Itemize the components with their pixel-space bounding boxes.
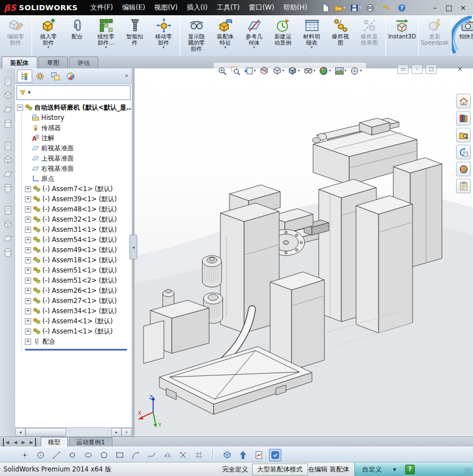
instant3d-arrow-icon[interactable] [237,449,249,461]
model-3d-view[interactable] [134,68,473,436]
tab-evaluate[interactable]: 评估 [69,57,98,68]
bill-of-materials-button[interactable]: 材料明 细表▾ [297,16,326,57]
show-hidden-components-button[interactable]: 显示隐 藏的零 部件 [182,16,211,57]
appearances-scenes-icon[interactable] [456,162,471,176]
expander-icon[interactable]: − [17,105,23,111]
view-orientation-icon[interactable]: ▾ [272,66,285,76]
tree-item-assem51-2[interactable]: +(-) Assem51<2> (默认) [25,275,132,285]
tree-item-assem54[interactable]: +(-) Assem54<1> (默认) [25,235,132,245]
view-cube-icon[interactable] [222,449,233,461]
sketch-ellipse-icon[interactable] [83,449,94,461]
first-tab-button[interactable]: ◀ [3,438,11,447]
tree-item-history[interactable]: History [25,112,132,123]
maximize-button[interactable]: □ [442,1,456,15]
graphics-area[interactable]: Z X Y [134,68,473,436]
expander-icon[interactable]: + [25,298,31,304]
left-toolbar-icon-1[interactable] [2,75,14,87]
status-custom-dropdown[interactable]: 自定义 [362,465,382,474]
edit-component-button[interactable]: 编辑零 部件 [1,16,30,57]
hide-show-items-icon[interactable]: ▾ [303,66,316,76]
tree-root-assembly[interactable]: −自动送料研磨机 (默认<默认_显... [17,102,132,112]
displaymanager-tab[interactable] [63,70,78,83]
new-motion-study-button[interactable]: 新建运 动算例 [268,16,297,57]
tree-item-mates[interactable]: +配合 [25,336,132,347]
status-help-button[interactable]: ? [405,465,415,474]
next-tab-button[interactable]: ▶ [20,438,27,447]
tree-item-right-plane[interactable]: 右视基准面 [25,163,132,174]
sketch-polygon-icon[interactable] [98,449,110,461]
resize-grip-icon[interactable] [465,468,472,475]
save-icon[interactable]: ▾ [349,3,363,13]
scroll-right-button[interactable]: ▸ [111,428,121,436]
propertymanager-tab[interactable] [32,70,47,83]
left-toolbar-icon-10[interactable] [2,218,14,230]
zoom-to-area-icon[interactable] [231,66,240,76]
sketch-perimeter-circle-icon[interactable] [67,449,78,461]
open-document-icon[interactable]: ▾ [333,3,347,13]
left-toolbar-icon-12[interactable] [2,246,14,258]
view-palette-icon[interactable] [456,145,471,159]
menu-file[interactable]: 文件(F) [86,0,118,15]
section-view-icon[interactable] [259,66,269,76]
last-tab-button[interactable]: ▶ [28,438,36,447]
menu-window[interactable]: 窗口(W) [244,0,279,15]
expander-icon[interactable]: + [25,237,31,243]
tree-filter-input[interactable]: ▼ [16,85,131,100]
tree-item-top-plane[interactable]: 上视基准面 [25,153,132,163]
expander-icon[interactable]: + [25,186,31,192]
doc-maximize-button[interactable]: □ [426,64,437,74]
panel-collapse-handle[interactable]: ◂ [129,235,137,259]
reference-geometry-button[interactable]: 参考几 何体▾ [240,16,268,57]
exploded-view-button[interactable]: 爆炸视 图 [326,16,355,57]
left-toolbar-icon-6[interactable] [2,154,14,166]
tree-item-sensors[interactable]: 传感器 [25,123,132,133]
tree-item-assem51-1[interactable]: +(-) Assem51<1> (默认) [25,265,132,275]
edrawings-icon[interactable] [253,449,264,461]
apply-scene-icon[interactable]: ▾ [335,66,347,76]
sketch-mirror-icon[interactable] [162,449,173,461]
expander-icon[interactable]: + [25,339,31,345]
tree-item-assem18[interactable]: +(-) Assem18<1> (默认) [25,255,132,265]
sketch-line-icon[interactable] [51,449,62,461]
display-style-icon[interactable]: ▾ [288,66,300,76]
expander-icon[interactable]: + [25,278,31,284]
filter-caret-icon[interactable]: ▼ [28,90,31,95]
update-speedpak-button[interactable]: 更新 Speedpak [420,16,449,57]
tree-item-assem48[interactable]: +(-) Assem48<1> (默认) [25,204,132,214]
expander-icon[interactable]: + [25,257,31,263]
scrollbar-track[interactable] [25,428,111,436]
sketch-trim-icon[interactable] [177,449,189,461]
expander-icon[interactable]: + [25,288,31,294]
explode-line-sketch-button[interactable]: 爆炸直 线草图 [355,16,384,57]
tree-item-origin[interactable]: 原点 [25,174,132,184]
undo-icon[interactable]: ▾ [380,3,394,13]
mate-button[interactable]: 配合 [63,16,92,57]
left-toolbar-icon-11[interactable] [2,232,14,244]
rollback-bar[interactable] [25,349,127,350]
tree-item-assem1[interactable]: +(-) Assem1<1> (默认) [25,326,132,336]
sketch-spline-icon[interactable] [146,449,157,461]
tab-sketch[interactable]: 草图 [38,57,68,68]
previous-view-icon[interactable]: ▾ [244,66,256,76]
left-toolbar-icon-3[interactable] [2,103,14,115]
close-button[interactable]: × [456,1,470,15]
tree-item-assem7[interactable]: +(-) Assem7<1> (默认) [25,184,132,194]
sketch-grid-icon[interactable] [193,449,205,461]
tree-item-assem34[interactable]: +(-) Assem34<1> (默认) [25,306,132,316]
expander-icon[interactable]: + [25,227,31,233]
solidworks-resources-icon[interactable] [456,94,471,109]
previous-tab-button[interactable]: ◀ [12,438,19,447]
tree-item-front-plane[interactable]: 前视基准面 [25,143,132,153]
help-icon[interactable]: ? [396,3,407,13]
linear-component-pattern-button[interactable]: 线性零 部件...▾ [92,16,120,57]
panel-chevron-icon[interactable]: » [125,72,129,79]
tree-item-assem31[interactable]: +(-) Assem31<1> (默认) [25,224,132,235]
file-explorer-icon[interactable] [456,128,471,142]
design-library-icon[interactable] [456,111,471,126]
left-toolbar-icon-2[interactable] [2,89,14,101]
insert-components-button[interactable]: 插入零 部件▾ [34,16,63,57]
doc-minimize-button[interactable]: – [411,64,423,74]
tree-item-assem39[interactable]: +(-) Assem39<1> (默认) [25,194,132,204]
left-toolbar-icon-7[interactable] [2,168,14,180]
left-toolbar-icon-4[interactable] [2,118,14,129]
